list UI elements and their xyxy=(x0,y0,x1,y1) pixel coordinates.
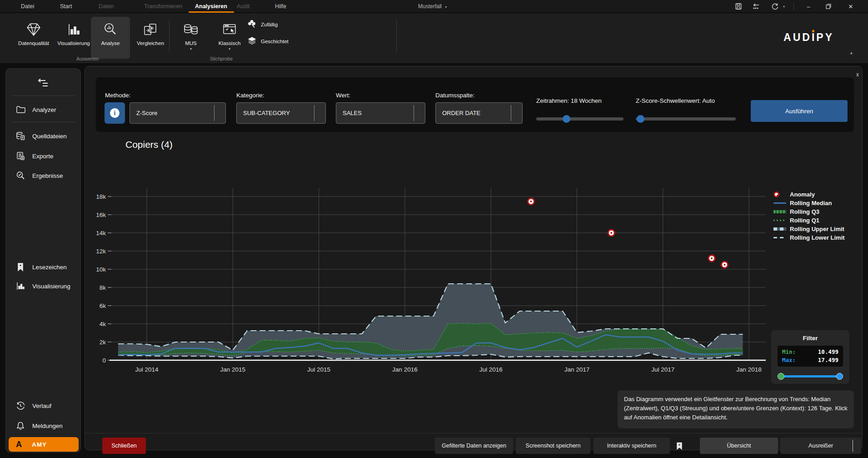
median-line-icon xyxy=(773,202,786,204)
anomaly-point[interactable] xyxy=(708,255,715,262)
methode-label: Methode: xyxy=(105,92,130,99)
ausreisser-tab-button[interactable]: Ausreißer xyxy=(780,438,861,454)
case-selector-label: Musterfall xyxy=(418,3,442,10)
ribbon-mus-button[interactable]: MUS ▾ xyxy=(171,17,210,59)
chevron-down-icon: ▾ xyxy=(445,5,447,9)
datumsspalte-dropdown[interactable]: ORDER DATE xyxy=(435,102,523,124)
ribbon-klassisch-button[interactable]: Klassisch ▾ xyxy=(210,17,249,59)
filter-min-label: Min: xyxy=(782,348,796,356)
window-restore-button[interactable] xyxy=(819,0,838,13)
wert-dropdown[interactable]: SALES xyxy=(336,102,425,124)
filter-min-thumb[interactable] xyxy=(778,373,784,380)
case-selector-dropdown[interactable]: Musterfall ▾ xyxy=(418,0,447,13)
filter-max-thumb[interactable] xyxy=(836,373,843,380)
panel-close-button[interactable]: x xyxy=(854,71,861,78)
window-minimize-button[interactable]: – xyxy=(799,0,818,13)
titlebar-divider xyxy=(793,3,794,10)
sidebar-item-label: Meldungen xyxy=(32,423,63,429)
sidebar-item-verlauf[interactable]: Verlauf xyxy=(9,398,78,414)
menu-hilfe[interactable]: Hilfe xyxy=(275,0,286,13)
legend-item-rolling-upper-limit[interactable]: Rolling Upper Limit xyxy=(773,225,845,233)
ribbon-button-label: Datenqualität xyxy=(18,40,49,46)
legend-item-rolling-q1[interactable]: Rolling Q1 xyxy=(773,216,845,225)
filter-max-value: 17.499 xyxy=(818,356,838,364)
svg-text:Jul 2014: Jul 2014 xyxy=(135,366,159,373)
zeitrahmen-label: Zeitrahmen: 18 Wochen xyxy=(536,97,602,104)
zeitrahmen-slider[interactable] xyxy=(536,117,624,121)
save-icon[interactable] xyxy=(733,2,744,11)
bell-icon xyxy=(15,421,26,430)
anomaly-point[interactable] xyxy=(721,262,728,268)
menu-analysieren[interactable]: Analysieren xyxy=(195,0,227,13)
sidebar-item-label: Visualisierung xyxy=(32,283,70,290)
ribbon-datenqualitaet-button[interactable]: Datenqualität xyxy=(14,17,53,59)
ribbon-geschichtet-button[interactable]: Geschichtet xyxy=(248,36,289,47)
legend-label: Rolling Q1 xyxy=(790,217,819,224)
sidebar-item-meldungen[interactable]: Meldungen xyxy=(9,418,78,434)
bookmark-result-button[interactable] xyxy=(673,438,686,454)
sidebar-item-exporte[interactable]: Exporte xyxy=(9,148,78,164)
sidebar-collapse-button[interactable] xyxy=(33,76,53,90)
redo-dropdown-caret[interactable]: ▾ xyxy=(781,2,787,11)
timeseries-chart[interactable]: 02k4k6k8k10k12k14k16k18kJul 2014Jan 2015… xyxy=(91,151,773,383)
window-close-button[interactable]: ✕ xyxy=(840,0,862,13)
q1-line-icon xyxy=(773,220,786,221)
schwellenwert-label: Z-Score-Schwellenwert: Auto xyxy=(636,97,715,104)
methode-value: Z-Score xyxy=(136,110,157,116)
ribbon-group-divider xyxy=(169,20,170,52)
menu-datei[interactable]: Datei xyxy=(21,0,34,13)
export-document-icon xyxy=(15,151,26,161)
schwellenwert-slider-thumb[interactable] xyxy=(637,115,644,123)
legend-item-rolling-q3[interactable]: Rolling Q3 xyxy=(773,207,845,216)
methode-dropdown[interactable]: Z-Score xyxy=(130,102,226,124)
amy-assistant-button[interactable]: A AMY xyxy=(9,437,79,452)
sidebar-item-lesezeichen[interactable]: Lesezeichen xyxy=(9,259,78,275)
legend-item-anomaly[interactable]: Anomaly xyxy=(773,190,845,199)
anomaly-point[interactable] xyxy=(608,230,614,236)
sidebar-item-quelldateien[interactable]: Quelldateien xyxy=(9,128,78,144)
schwellenwert-slider[interactable] xyxy=(636,117,736,121)
folder-icon xyxy=(15,106,26,114)
anomaly-point[interactable] xyxy=(528,198,534,205)
legend-item-rolling-lower-limit[interactable]: Rolling Lower Limit xyxy=(773,233,845,242)
svg-text:Jan 2018: Jan 2018 xyxy=(736,366,762,373)
sidebar-item-analyzer[interactable]: Analyzer xyxy=(9,101,78,118)
sidebar-item-visualisierung[interactable]: Visualisierung xyxy=(9,278,78,294)
legend-label: Rolling Lower Limit xyxy=(790,234,845,241)
amy-logo-icon: A xyxy=(16,440,22,449)
anomaly-marker-icon xyxy=(773,191,779,197)
schliessen-button[interactable]: Schließen xyxy=(102,438,146,454)
uebersicht-tab-button[interactable]: Übersicht xyxy=(700,438,778,454)
save-interactive-button[interactable]: Interaktiv speichern xyxy=(594,438,670,454)
ausfuehren-button[interactable]: Ausführen xyxy=(751,100,848,122)
sidebar-item-ergebnisse[interactable]: Ergebnisse xyxy=(9,167,78,184)
sidebar-item-label: Verlauf xyxy=(32,403,51,409)
show-filtered-data-button[interactable]: Gefilterte Daten anzeigen xyxy=(435,438,513,454)
ribbon-analyse-button[interactable]: Analyse xyxy=(91,17,130,59)
svg-text:Jan 2016: Jan 2016 xyxy=(392,366,418,373)
kategorie-dropdown[interactable]: SUB-CATEGORY xyxy=(236,102,326,124)
sidebar-item-label: Exporte xyxy=(32,153,54,160)
save-screenshot-button[interactable]: Screenshot speichern xyxy=(516,438,590,454)
ribbon-vergleichen-button[interactable]: Vergleichen xyxy=(131,17,170,59)
zeitrahmen-slider-thumb[interactable] xyxy=(563,115,570,123)
svg-text:Jul 2016: Jul 2016 xyxy=(479,366,503,373)
kategorie-label: Kategorie: xyxy=(236,92,264,99)
ribbon-zufaellig-button[interactable]: Zufällig xyxy=(248,19,278,30)
menu-start[interactable]: Start xyxy=(60,0,72,13)
gem-icon xyxy=(26,20,41,39)
ribbon-button-label: Klassisch xyxy=(219,40,241,46)
redo-icon[interactable] xyxy=(769,2,781,11)
ribbon-collapse-caret[interactable]: ▲ xyxy=(849,50,853,55)
ribbon-button-label: Vergleichen xyxy=(137,40,164,46)
undo-steps-icon[interactable] xyxy=(750,2,762,11)
legend-item-rolling-median[interactable]: Rolling Median xyxy=(773,199,845,207)
svg-text:2k: 2k xyxy=(100,339,106,346)
filter-range-slider[interactable] xyxy=(778,373,843,379)
legend-label: Rolling Q3 xyxy=(790,208,819,215)
ribbon-button-label: Visualisierung xyxy=(57,40,90,46)
clover-icon xyxy=(248,20,256,30)
info-button[interactable]: i xyxy=(105,102,125,124)
ribbon-visualisierung-button[interactable]: Visualisierung xyxy=(54,17,93,59)
filter-max-label: Max: xyxy=(782,356,796,364)
